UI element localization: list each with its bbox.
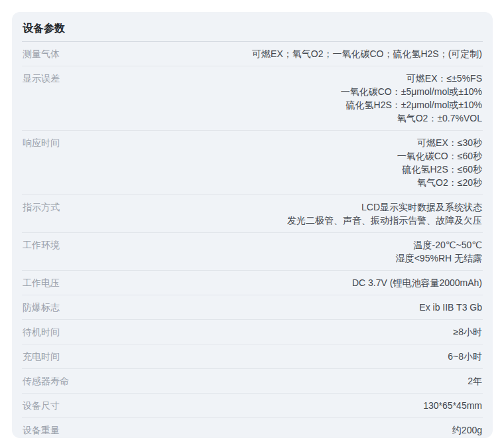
spec-value: 温度-20℃~50℃ 湿度<95%RH 无结露 bbox=[60, 238, 482, 265]
spec-value: ≥8小时 bbox=[60, 325, 482, 338]
spec-label: 设备重量 bbox=[23, 423, 60, 437]
spec-value-line: 可燃EX：≤30秒 bbox=[73, 136, 482, 149]
spec-row-working-environment: 工作环境 温度-20℃~50℃ 湿度<95%RH 无结露 bbox=[22, 233, 483, 271]
spec-label: 指示方式 bbox=[23, 200, 60, 214]
spec-label: 响应时间 bbox=[23, 136, 60, 149]
spec-label: 工作环境 bbox=[23, 238, 60, 252]
spec-label: 待机时间 bbox=[23, 325, 60, 338]
spec-label: 工作电压 bbox=[23, 276, 60, 289]
spec-label: 防爆标志 bbox=[23, 301, 60, 314]
spec-value-line: 可燃EX：≤±5%FS bbox=[73, 72, 482, 85]
spec-row-measured-gases: 测量气体 可燃EX；氧气O2；一氧化碳CO；硫化氢H2S；(可定制) bbox=[22, 42, 483, 66]
card-title: 设备参数 bbox=[22, 12, 483, 42]
spec-row-device-size: 设备尺寸 130*65*45mm bbox=[22, 394, 483, 418]
spec-value-line: 6~8小时 bbox=[73, 350, 482, 363]
spec-value: 可燃EX：≤±5%FS 一氧化碳CO：±5μmol/mol或±10% 硫化氢H2… bbox=[60, 72, 482, 125]
spec-table: 测量气体 可燃EX；氧气O2；一氧化碳CO；硫化氢H2S；(可定制) 显示误差 … bbox=[22, 42, 483, 438]
spec-value: LCD显示实时数据及系统状态 发光二极管、声音、振动指示告警、故障及欠压 bbox=[60, 200, 482, 227]
spec-value-line: 一氧化碳CO：±5μmol/mol或±10% bbox=[73, 85, 482, 98]
spec-row-display-error: 显示误差 可燃EX：≤±5%FS 一氧化碳CO：±5μmol/mol或±10% … bbox=[22, 66, 483, 131]
spec-row-charging-time: 充电时间 6~8小时 bbox=[22, 344, 483, 369]
spec-label: 测量气体 bbox=[23, 47, 60, 60]
spec-value: 2年 bbox=[69, 374, 482, 388]
spec-row-standby-time: 待机时间 ≥8小时 bbox=[22, 320, 483, 344]
spec-value-line: 130*65*45mm bbox=[73, 399, 482, 412]
spec-value-line: LCD显示实时数据及系统状态 bbox=[73, 200, 482, 214]
spec-label: 充电时间 bbox=[23, 350, 60, 363]
spec-value-line: 一氧化碳CO：≤60秒 bbox=[73, 149, 482, 163]
spec-row-response-time: 响应时间 可燃EX：≤30秒 一氧化碳CO：≤60秒 硫化氢H2S：≤60秒 氧… bbox=[22, 131, 483, 195]
spec-value: 可燃EX：≤30秒 一氧化碳CO：≤60秒 硫化氢H2S：≤60秒 氧气O2：≤… bbox=[60, 136, 482, 189]
spec-row-working-voltage: 工作电压 DC 3.7V (锂电池容量2000mAh) bbox=[22, 271, 483, 295]
device-parameters-card: 设备参数 测量气体 可燃EX；氧气O2；一氧化碳CO；硫化氢H2S；(可定制) … bbox=[12, 12, 493, 438]
spec-row-sensor-lifespan: 传感器寿命 2年 bbox=[22, 369, 483, 394]
spec-value-line: 硫化氢H2S：≤60秒 bbox=[73, 163, 482, 176]
spec-label: 设备尺寸 bbox=[23, 399, 60, 412]
spec-value-line: 氧气O2：≤20秒 bbox=[73, 176, 482, 189]
spec-row-device-weight: 设备重量 约200g bbox=[22, 418, 483, 438]
spec-label: 传感器寿命 bbox=[23, 374, 69, 388]
spec-value: 6~8小时 bbox=[60, 350, 482, 363]
spec-value-line: 氧气O2：±0.7%VOL bbox=[73, 112, 482, 125]
spec-label: 显示误差 bbox=[23, 72, 60, 85]
spec-value-line: ≥8小时 bbox=[73, 325, 482, 338]
spec-value-line: 可燃EX；氧气O2；一氧化碳CO；硫化氢H2S；(可定制) bbox=[73, 47, 482, 60]
spec-value-line: 湿度<95%RH 无结露 bbox=[73, 252, 482, 265]
spec-row-indication-mode: 指示方式 LCD显示实时数据及系统状态 发光二极管、声音、振动指示告警、故障及欠… bbox=[22, 195, 483, 233]
spec-value-line: 温度-20℃~50℃ bbox=[73, 238, 482, 252]
spec-value-line: DC 3.7V (锂电池容量2000mAh) bbox=[73, 276, 482, 289]
spec-value-line: 发光二极管、声音、振动指示告警、故障及欠压 bbox=[73, 214, 482, 227]
spec-row-explosion-proof-mark: 防爆标志 Ex ib IIB T3 Gb bbox=[22, 295, 483, 320]
spec-value: Ex ib IIB T3 Gb bbox=[60, 301, 482, 314]
spec-value: 可燃EX；氧气O2；一氧化碳CO；硫化氢H2S；(可定制) bbox=[60, 47, 482, 60]
spec-value-line: Ex ib IIB T3 Gb bbox=[73, 301, 482, 314]
spec-value: DC 3.7V (锂电池容量2000mAh) bbox=[60, 276, 482, 289]
spec-value: 130*65*45mm bbox=[60, 399, 482, 412]
spec-value-line: 约200g bbox=[73, 423, 482, 437]
spec-value-line: 硫化氢H2S：±2μmol/mol或±10% bbox=[73, 98, 482, 112]
spec-value: 约200g bbox=[60, 423, 482, 437]
spec-value-line: 2年 bbox=[82, 374, 482, 388]
